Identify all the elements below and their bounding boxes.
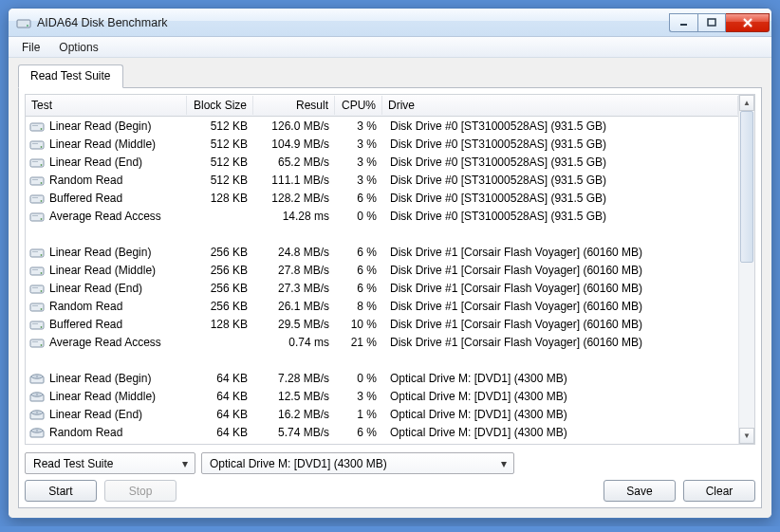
cell-test: Random Read [49,300,122,313]
scroll-thumb[interactable] [740,111,753,263]
titlebar[interactable]: AIDA64 Disk Benchmark [9,9,771,37]
svg-rect-36 [32,323,38,324]
cell-drive: Disk Drive #0 [ST31000528AS] (931.5 GB) [382,192,738,205]
cell-cpu: 3 % [335,174,382,187]
cell-block: 512 KB [187,156,253,169]
table-row[interactable]: Linear Read (Middle)256 KB27.8 MB/s6 %Di… [26,261,738,279]
cell-cpu: 0 % [335,372,382,385]
svg-rect-0 [17,20,30,28]
table-row[interactable]: Linear Read (Begin)512 KB126.0 MB/s3 %Di… [26,117,738,135]
col-header-cpu[interactable]: CPU% [335,96,382,115]
cell-cpu: 6 % [335,282,382,295]
cell-drive: Disk Drive #1 [Corsair Flash Voyager] (6… [382,282,738,295]
svg-point-11 [41,164,43,166]
table-row[interactable]: Linear Read (Begin)64 KB7.28 MB/s0 %Opti… [26,369,738,387]
cell-cpu: 10 % [335,318,382,331]
table-row[interactable]: Linear Read (Begin)256 KB24.8 MB/s6 %Dis… [26,243,738,261]
cell-result: 16.2 MB/s [253,408,335,421]
cell-drive: Disk Drive #0 [ST31000528AS] (931.5 GB) [382,156,738,169]
cell-drive: Disk Drive #1 [Corsair Flash Voyager] (6… [382,336,738,349]
cell-result: 7.28 MB/s [253,372,335,385]
cell-test: Linear Read (End) [49,408,142,421]
spacer-row [26,351,738,369]
hard-drive-icon [29,155,45,170]
optical-drive-icon [29,371,45,386]
table-row[interactable]: Linear Read (Middle)512 KB104.9 MB/s3 %D… [26,135,738,153]
app-window: AIDA64 Disk Benchmark File Options Read … [8,8,772,519]
cell-block: 512 KB [187,119,253,133]
cell-result: 126.0 MB/s [253,119,335,133]
cell-cpu: 1 % [335,408,382,421]
table-row[interactable]: Average Read Access0.74 ms21 %Disk Drive… [26,333,738,351]
col-header-test[interactable]: Test [26,96,187,115]
cell-drive: Optical Drive M: [DVD1] (4300 MB) [382,372,738,385]
svg-rect-18 [32,197,38,198]
cell-drive: Optical Drive M: [DVD1] (4300 MB) [382,408,738,421]
cell-result: 104.9 MB/s [253,138,335,151]
svg-rect-15 [32,179,38,180]
tabbar: Read Test Suite [18,64,762,88]
cell-drive: Disk Drive #0 [ST31000528AS] (931.5 GB) [382,210,738,223]
test-suite-value: Read Test Suite [33,457,114,470]
table-row[interactable]: Random Read512 KB111.1 MB/s3 %Disk Drive… [26,171,738,189]
menu-options[interactable]: Options [49,39,107,56]
hard-drive-icon [29,245,45,260]
cell-cpu: 3 % [335,390,382,403]
table-row[interactable]: Random Read256 KB26.1 MB/s8 %Disk Drive … [26,297,738,315]
table-row[interactable]: Linear Read (End)512 KB65.2 MB/s3 %Disk … [26,153,738,171]
cell-test: Average Read Access [49,336,161,349]
cell-test: Linear Read (Begin) [49,119,151,133]
chevron-down-icon: ▾ [176,455,193,471]
start-button[interactable]: Start [25,480,97,502]
cell-test: Linear Read (Middle) [49,390,156,403]
cell-drive: Disk Drive #0 [ST31000528AS] (931.5 GB) [382,138,738,151]
col-header-block[interactable]: Block Size [187,96,253,115]
col-header-result[interactable]: Result [253,96,335,115]
hard-drive-icon [29,263,45,278]
close-button[interactable] [726,13,770,32]
hard-drive-icon [29,173,45,188]
cell-block: 512 KB [187,138,253,151]
cell-test: Random Read [49,426,122,439]
table-row[interactable]: Linear Read (End)64 KB16.2 MB/s1 %Optica… [26,405,738,423]
scroll-up-icon[interactable]: ▲ [739,95,754,111]
menu-file[interactable]: File [12,39,49,56]
svg-rect-21 [32,215,38,216]
svg-point-48 [36,412,38,413]
table-row[interactable]: Linear Read (End)256 KB27.3 MB/s6 %Disk … [26,279,738,297]
table-row[interactable]: Buffered Read128 KB29.5 MB/s10 %Disk Dri… [26,315,738,333]
cell-drive: Disk Drive #0 [ST31000528AS] (931.5 GB) [382,174,738,187]
svg-point-42 [36,376,38,377]
cell-test: Buffered Read [49,318,122,331]
svg-rect-39 [32,341,38,342]
vertical-scrollbar[interactable]: ▲ ▼ [738,95,754,444]
cell-result: 65.2 MB/s [253,156,335,169]
table-row[interactable]: Random Read64 KB5.74 MB/s6 %Optical Driv… [26,423,738,441]
cell-test: Linear Read (End) [49,156,142,169]
col-header-drive[interactable]: Drive [382,96,738,115]
drive-select[interactable]: Optical Drive M: [DVD1] (4300 MB) ▾ [201,452,514,474]
clear-button[interactable]: Clear [683,480,755,502]
table-row[interactable]: Average Read Access14.28 ms0 %Disk Drive… [26,207,738,225]
table-row[interactable]: Linear Read (Middle)64 KB12.5 MB/s3 %Opt… [26,387,738,405]
table-row[interactable]: Buffered Read128 KB128.2 MB/s6 %Disk Dri… [26,189,738,207]
tab-read-test-suite[interactable]: Read Test Suite [18,64,123,88]
cell-result: 12.5 MB/s [253,390,335,403]
minimize-button[interactable] [669,13,697,32]
hard-drive-icon [29,137,45,152]
svg-point-1 [27,25,28,27]
cell-block: 512 KB [187,174,253,187]
grid-header: Test Block Size Result CPU% Drive [26,95,738,117]
test-suite-select[interactable]: Read Test Suite ▾ [25,452,195,474]
cell-cpu: 6 % [335,426,382,439]
save-button[interactable]: Save [604,480,676,502]
cell-test: Linear Read (End) [49,282,142,295]
svg-rect-24 [32,251,38,252]
scroll-down-icon[interactable]: ▼ [739,428,754,444]
svg-point-20 [41,218,43,220]
optical-drive-icon [29,389,45,404]
cell-cpu: 3 % [335,138,382,151]
svg-point-38 [41,344,43,346]
svg-rect-30 [32,287,38,288]
maximize-button[interactable] [697,13,726,32]
